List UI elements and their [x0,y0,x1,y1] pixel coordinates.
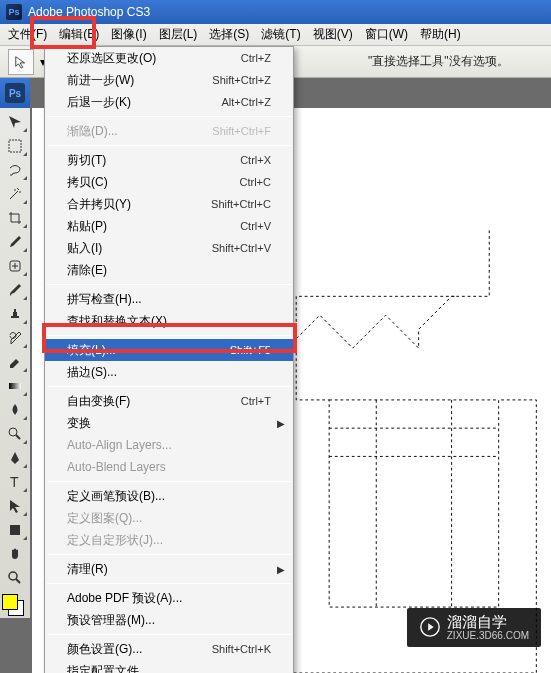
menu-item[interactable]: 拼写检查(H)... [45,288,293,310]
svg-point-3 [9,428,17,436]
menu-item[interactable]: 填充(L)...Shift+F5 [45,339,293,361]
menu-item-label: 拼写检查(H)... [67,291,271,308]
menu-item-shortcut: Ctrl+X [240,154,271,166]
foreground-color-swatch[interactable] [2,594,18,610]
menu-item[interactable]: 指定配置文件... [45,660,293,673]
menu-item[interactable]: 粘贴(P)Ctrl+V [45,215,293,237]
svg-rect-0 [9,140,21,152]
menu-item-shortcut: Ctrl+C [240,176,271,188]
clone-stamp-tool[interactable] [2,303,28,325]
watermark-url: ZIXUE.3D66.COM [447,630,529,641]
shape-tool[interactable] [2,519,28,541]
menu-item[interactable]: Adobe PDF 预设(A)... [45,587,293,609]
menu-item: 定义图案(Q)... [45,507,293,529]
menu-layer[interactable]: 图层(L) [153,23,204,46]
menu-item-shortcut: Shift+F5 [230,344,271,356]
path-selection-tool[interactable] [2,495,28,517]
menu-item-shortcut: Shift+Ctrl+V [212,242,271,254]
menu-item-label: 贴入(I) [67,240,212,257]
menu-item[interactable]: 颜色设置(G)...Shift+Ctrl+K [45,638,293,660]
move-tool[interactable] [2,111,28,133]
play-circle-icon [419,616,441,638]
menu-item[interactable]: 预设管理器(M)... [45,609,293,631]
ps-badge-icon: Ps [5,83,25,103]
menu-help[interactable]: 帮助(H) [414,23,467,46]
document-tab[interactable]: Ps [0,78,30,108]
menu-item-label: 渐隐(D)... [67,123,212,140]
menu-item[interactable]: 合并拷贝(Y)Shift+Ctrl+C [45,193,293,215]
menu-item-label: 颜色设置(G)... [67,641,212,658]
magic-wand-tool[interactable] [2,183,28,205]
submenu-arrow-icon: ▶ [277,418,285,429]
edit-menu-dropdown: 还原选区更改(O)Ctrl+Z前进一步(W)Shift+Ctrl+Z后退一步(K… [44,46,294,673]
menu-item[interactable]: 定义画笔预设(B)... [45,485,293,507]
menu-separator [47,284,291,285]
app-icon: Ps [6,4,22,20]
menu-item[interactable]: 拷贝(C)Ctrl+C [45,171,293,193]
svg-text:T: T [10,474,19,490]
blur-tool[interactable] [2,399,28,421]
dodge-tool[interactable] [2,423,28,445]
svg-rect-5 [10,525,20,535]
menu-image[interactable]: 图像(I) [105,23,152,46]
brush-tool[interactable] [2,279,28,301]
marquee-tool[interactable] [2,135,28,157]
menu-item-label: 定义画笔预设(B)... [67,488,271,505]
menu-item-label: 定义图案(Q)... [67,510,271,527]
menu-item-label: 前进一步(W) [67,72,212,89]
menu-item-label: Adobe PDF 预设(A)... [67,590,271,607]
menu-item-shortcut: Ctrl+Z [241,52,271,64]
menu-separator [47,481,291,482]
menu-item-label: 变换 [67,415,271,432]
menu-item[interactable]: 后退一步(K)Alt+Ctrl+Z [45,91,293,113]
menu-separator [47,335,291,336]
menu-separator [47,386,291,387]
menu-file[interactable]: 文件(F) [2,23,53,46]
menu-item[interactable]: 前进一步(W)Shift+Ctrl+Z [45,69,293,91]
menu-item-shortcut: Shift+Ctrl+Z [212,74,271,86]
menu-item[interactable]: 还原选区更改(O)Ctrl+Z [45,47,293,69]
menu-window[interactable]: 窗口(W) [359,23,414,46]
menu-item-label: 填充(L)... [67,342,230,359]
crop-tool[interactable] [2,207,28,229]
window-title: Adobe Photoshop CS3 [28,5,150,19]
menu-item-label: 预设管理器(M)... [67,612,271,629]
menu-item-label: 描边(S)... [67,364,271,381]
pen-tool[interactable] [2,447,28,469]
menu-select[interactable]: 选择(S) [203,23,255,46]
menu-bar: 文件(F) 编辑(E) 图像(I) 图层(L) 选择(S) 滤镜(T) 视图(V… [0,24,551,46]
menu-item[interactable]: 贴入(I)Shift+Ctrl+V [45,237,293,259]
title-bar: Ps Adobe Photoshop CS3 [0,0,551,24]
menu-item-label: 自由变换(F) [67,393,241,410]
gradient-tool[interactable] [2,375,28,397]
menu-edit[interactable]: 编辑(E) [53,23,105,46]
menu-item[interactable]: 清理(R)▶ [45,558,293,580]
eraser-tool[interactable] [2,351,28,373]
menu-item[interactable]: 描边(S)... [45,361,293,383]
menu-separator [47,583,291,584]
menu-item[interactable]: 自由变换(F)Ctrl+T [45,390,293,412]
menu-item[interactable]: 变换▶ [45,412,293,434]
menu-item[interactable]: 清除(E) [45,259,293,281]
type-tool[interactable]: T [2,471,28,493]
menu-item: Auto-Align Layers... [45,434,293,456]
menu-item[interactable]: 查找和替换文本(X)... [45,310,293,332]
tool-preset-picker[interactable] [8,49,34,75]
menu-item: Auto-Blend Layers [45,456,293,478]
menu-filter[interactable]: 滤镜(T) [255,23,306,46]
menu-view[interactable]: 视图(V) [307,23,359,46]
menu-item-shortcut: Alt+Ctrl+Z [221,96,271,108]
menu-separator [47,145,291,146]
lasso-tool[interactable] [2,159,28,181]
hand-tool[interactable] [2,543,28,565]
menu-item-label: 清理(R) [67,561,271,578]
color-swatches[interactable] [0,594,26,616]
menu-item-label: 清除(E) [67,262,271,279]
zoom-tool[interactable] [2,567,28,589]
menu-item-label: 查找和替换文本(X)... [67,313,271,330]
history-brush-tool[interactable] [2,327,28,349]
menu-item[interactable]: 剪切(T)Ctrl+X [45,149,293,171]
menu-item-label: 定义自定形状(J)... [67,532,271,549]
healing-brush-tool[interactable] [2,255,28,277]
eyedropper-tool[interactable] [2,231,28,253]
